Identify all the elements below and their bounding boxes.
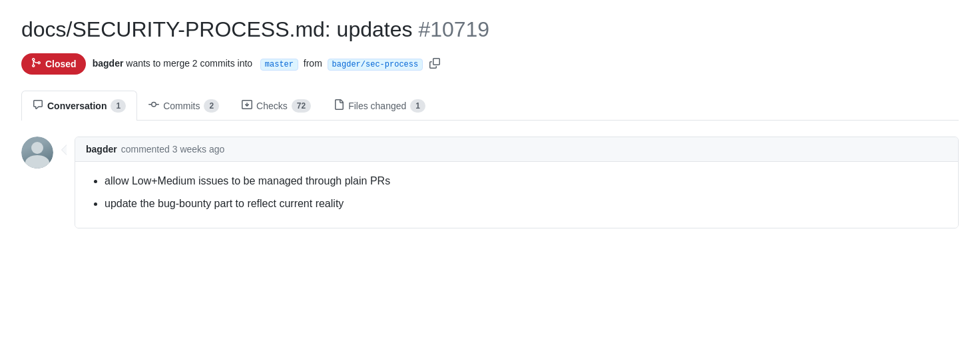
comment-box: bagder commented 3 weeks ago allow Low+M… — [75, 137, 959, 228]
tab-conversation[interactable]: Conversation 1 — [21, 91, 137, 121]
tab-files-changed-label: Files changed — [348, 101, 406, 111]
tab-checks-label: Checks — [256, 101, 288, 111]
pr-number: #10719 — [418, 17, 489, 41]
comment-header: bagder commented 3 weeks ago — [75, 137, 958, 162]
comment-section: bagder commented 3 weeks ago allow Low+M… — [21, 137, 959, 228]
status-badge: Closed — [21, 53, 86, 75]
pr-meta-text: wants to merge 2 commits into — [126, 58, 252, 69]
tabs-container: Conversation 1 Commits 2 Checks 72 Files… — [21, 91, 959, 121]
tab-commits-label: Commits — [163, 101, 200, 111]
commits-icon — [148, 99, 159, 113]
copy-icon[interactable] — [429, 58, 440, 71]
tab-commits-count: 2 — [204, 99, 219, 113]
pr-title-text: docs/SECURITY-PROCESS.md: updates — [21, 17, 412, 41]
comment-time: commented 3 weeks ago — [121, 144, 225, 155]
comment-list-item: allow Low+Medium issues to be managed th… — [105, 173, 945, 190]
comment-arrow — [61, 145, 67, 155]
merge-icon — [31, 57, 41, 71]
compare-branch[interactable]: bagder/sec-process — [328, 59, 423, 71]
pr-title: docs/SECURITY-PROCESS.md: updates #10719 — [21, 16, 959, 43]
tab-files-changed-count: 1 — [410, 99, 425, 113]
tab-commits[interactable]: Commits 2 — [137, 91, 230, 121]
tab-files-changed[interactable]: Files changed 1 — [322, 91, 437, 121]
checks-icon — [242, 99, 252, 113]
tab-conversation-label: Conversation — [47, 101, 107, 111]
tab-checks-count: 72 — [292, 99, 311, 113]
comment-list: allow Low+Medium issues to be managed th… — [89, 173, 945, 212]
base-branch[interactable]: master — [260, 59, 298, 71]
pr-meta: Closed bagder wants to merge 2 commits i… — [21, 53, 959, 75]
files-changed-icon — [334, 99, 344, 113]
avatar — [21, 137, 53, 169]
status-label: Closed — [45, 59, 77, 69]
tab-conversation-count: 1 — [111, 99, 126, 113]
comment-author[interactable]: bagder — [86, 144, 117, 155]
comment-list-item: update the bug-bounty part to reflect cu… — [105, 195, 945, 212]
pr-description: bagder wants to merge 2 commits into mas… — [93, 58, 423, 71]
tab-checks[interactable]: Checks 72 — [230, 91, 322, 121]
comment-body: allow Low+Medium issues to be managed th… — [75, 162, 958, 228]
conversation-icon — [33, 99, 43, 113]
from-text: from — [304, 58, 322, 69]
pr-author[interactable]: bagder — [93, 58, 124, 69]
